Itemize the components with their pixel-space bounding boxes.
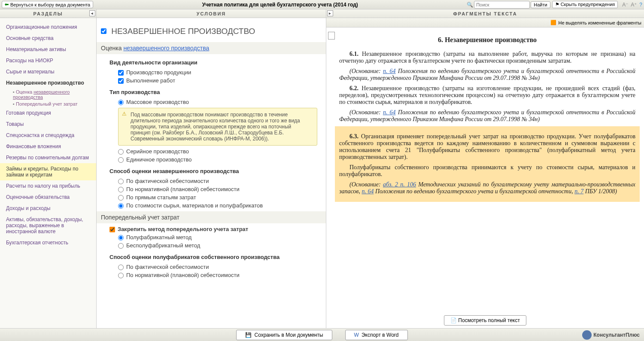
- opt-semi[interactable]: Полуфабрикатный метод: [118, 234, 322, 241]
- brand-label: КонсультантПлюс: [593, 332, 640, 338]
- sidebar-item[interactable]: Доходы и расходы: [0, 203, 96, 214]
- sidebar-item-highlighted[interactable]: Займы и кредиты. Расходы по займам и кре…: [0, 163, 96, 180]
- fragments-body[interactable]: 6. Незавершенное производство 6.1. Незав…: [326, 27, 644, 313]
- opt-norm2[interactable]: По нормативной (плановой) себестоимости: [118, 272, 322, 278]
- fragment-p63: 6.3. Организация применяет попередельный…: [339, 133, 635, 161]
- collapse-fragments-button[interactable]: ▸: [327, 10, 333, 16]
- sidebar-item[interactable]: Резервы по сомнительным долгам: [0, 152, 96, 163]
- save-button[interactable]: 💾Сохранить в Мои документы: [236, 330, 332, 340]
- fragments-panel: 🟧 Не выделять измененные фрагменты 6. Не…: [326, 18, 644, 328]
- fragment-p62: 6.2. Незавершенное производство (затраты…: [339, 85, 635, 106]
- subheader-eval2: Способ оценки полуфабрикатов собственног…: [109, 254, 322, 260]
- sidebar-item[interactable]: Активы, обязательства, доходы, расходы, …: [0, 214, 96, 237]
- main-area: Организационные положения Основные средс…: [0, 18, 644, 328]
- sidebar-item[interactable]: Сырье и материалы: [0, 66, 96, 77]
- sidebar-subitems: Оценка незавершенного производства Попер…: [0, 88, 96, 107]
- sidebar-item[interactable]: Готовая продукция: [0, 107, 96, 119]
- conditions-panel: НЕЗАВЕРШЕННОЕ ПРОИЗВОДСТВО Оценка незаве…: [97, 18, 326, 328]
- sidebar-item[interactable]: Организационные положения: [0, 21, 96, 33]
- brand: КонсультантПлюс: [582, 330, 640, 340]
- search-input[interactable]: [474, 1, 530, 9]
- conditions-title-text: НЕЗАВЕРШЕННОЕ ПРОИЗВОДСТВО: [111, 27, 255, 36]
- subheader-eval: Способ оценки незавершенного производств…: [109, 168, 322, 174]
- font-larger-icon[interactable]: A⁺: [631, 2, 637, 8]
- opt-works[interactable]: Выполнение работ: [118, 77, 322, 84]
- sidebar-item[interactable]: Нематериальные активы: [0, 44, 96, 55]
- sidebar-item[interactable]: Товары: [0, 119, 96, 130]
- search-icon: 🔍: [467, 2, 473, 8]
- save-icon: 💾: [245, 332, 252, 338]
- full-text-button[interactable]: 📄 Посмотреть полный текст: [444, 315, 526, 326]
- section-header: Оценка незавершенного производства: [97, 42, 326, 54]
- subheader-activity: Вид деятельности организации: [109, 59, 322, 66]
- sidebar-item[interactable]: Оценочные обязательства: [0, 192, 96, 203]
- opt-fact[interactable]: По фактической себестоимости: [118, 178, 322, 184]
- law-link[interactable]: п. 64: [383, 68, 396, 74]
- fragment-base1: (Основание: п. 64 Положения по ведению б…: [339, 68, 635, 82]
- find-button[interactable]: Найти: [531, 1, 550, 8]
- opt-fix-method[interactable]: Закрепить метод попередельного учета зат…: [109, 226, 322, 232]
- back-label: Вернуться к выбору вида документа: [10, 2, 90, 7]
- law-link[interactable]: абз. 2 п. 106: [383, 181, 416, 188]
- topbar: ⬅ Вернуться к выбору вида документа Учет…: [0, 0, 644, 9]
- fragments-toolbar: 🟧 Не выделять измененные фрагменты: [326, 18, 644, 27]
- sidebar-subitem[interactable]: Попередельный учет затрат: [9, 100, 96, 107]
- sidebar: Организационные положения Основные средс…: [0, 18, 97, 328]
- bottombar: 💾Сохранить в Мои документы WЭкспорт в Wo…: [0, 328, 644, 341]
- opt-cost[interactable]: По стоимости сырья, материалов и полуфаб…: [118, 202, 322, 209]
- sidebar-item[interactable]: Расходы на НИОКР: [0, 55, 96, 66]
- opt-mass[interactable]: Массовое производство: [118, 99, 322, 105]
- sidebar-item[interactable]: Расчеты по налогу на прибыль: [0, 180, 96, 192]
- sidebar-item[interactable]: Бухгалтерская отчетность: [0, 237, 96, 248]
- header-conditions: УСЛОВИЯ: [97, 9, 326, 18]
- font-smaller-icon[interactable]: A⁻: [622, 2, 628, 8]
- collapse-sidebar-button[interactable]: ◂: [89, 10, 95, 16]
- help-icon[interactable]: ?: [639, 2, 642, 8]
- top-icons: A⁻ A⁺ ?: [622, 2, 642, 8]
- hide-warnings-button[interactable]: ⚑ Скрыть предупреждения: [552, 1, 618, 8]
- sidebar-item[interactable]: Финансовые вложения: [0, 141, 96, 152]
- law-link[interactable]: п. 64: [383, 109, 396, 116]
- conditions-title: НЕЗАВЕРШЕННОЕ ПРОИЗВОДСТВО: [101, 27, 322, 36]
- sidebar-item[interactable]: Спецоснастка и спецодежда: [0, 130, 96, 141]
- document-icon[interactable]: [328, 32, 335, 40]
- opt-serial[interactable]: Серийное производство: [118, 148, 322, 155]
- fragment-highlight: 6.3. Организация применяет попередельный…: [335, 126, 640, 202]
- header-sections: РАЗДЕЛЫ ◂: [0, 9, 97, 18]
- sidebar-subitem[interactable]: Оценка незавершенного производства: [9, 88, 96, 100]
- fragment-heading: 6. Незавершенное производство: [339, 36, 635, 44]
- document-title: Учетная политика для целей бухгалтерског…: [95, 2, 465, 8]
- opt-nonsemi[interactable]: Бесполуфабрикатный метод: [118, 242, 322, 249]
- info-box: Под массовым производством понимают прои…: [118, 108, 317, 146]
- fragment-p61: 6.1. Незавершенное производство (затраты…: [339, 51, 635, 64]
- opt-production[interactable]: Производство продукции: [118, 69, 322, 76]
- opt-norm[interactable]: По нормативной (плановой) себестоимости: [118, 186, 322, 192]
- law-link[interactable]: п. 64: [361, 188, 374, 195]
- main-checkbox[interactable]: [101, 28, 106, 34]
- highlight-toggle-icon[interactable]: 🟧: [550, 20, 556, 25]
- back-button[interactable]: ⬅ Вернуться к выбору вида документа: [2, 1, 93, 8]
- opt-fact2[interactable]: По фактической себестоимости: [118, 264, 322, 270]
- section-link[interactable]: незавершенного производства: [123, 45, 209, 52]
- fragment-base3: (Основание: абз. 2 п. 106 Методических у…: [339, 181, 635, 195]
- subheader-type: Тип производства: [109, 89, 322, 95]
- header-sections-label: РАЗДЕЛЫ: [33, 11, 63, 16]
- header-fragments-label: ФРАГМЕНТЫ ТЕКСТА: [453, 11, 517, 16]
- document-icon: 📄: [450, 317, 457, 323]
- hide-warn-label: Скрыть предупреждения: [561, 2, 615, 7]
- search-box: 🔍 Найти: [467, 1, 550, 9]
- brand-icon: [582, 330, 592, 340]
- back-arrow-icon: ⬅: [5, 2, 9, 7]
- section-header-2: Попередельный учет затрат: [97, 211, 326, 223]
- sidebar-item[interactable]: Основные средства: [0, 33, 96, 44]
- fragment-p63b: Полуфабрикаты собственного производства …: [339, 164, 635, 178]
- header-fragments: ▸ ФРАГМЕНТЫ ТЕКСТА: [326, 9, 644, 18]
- highlight-toggle-label[interactable]: Не выделять измененные фрагменты: [558, 20, 641, 25]
- law-link[interactable]: п. 7: [574, 188, 583, 195]
- opt-direct[interactable]: По прямым статьям затрат: [118, 194, 322, 201]
- full-text-row: 📄 Посмотреть полный текст: [326, 313, 644, 328]
- sidebar-item-active[interactable]: Незавершенное производство: [0, 77, 96, 88]
- word-icon: W: [354, 332, 359, 338]
- export-word-button[interactable]: WЭкспорт в Word: [345, 330, 408, 340]
- opt-single[interactable]: Единичное производство: [118, 156, 322, 163]
